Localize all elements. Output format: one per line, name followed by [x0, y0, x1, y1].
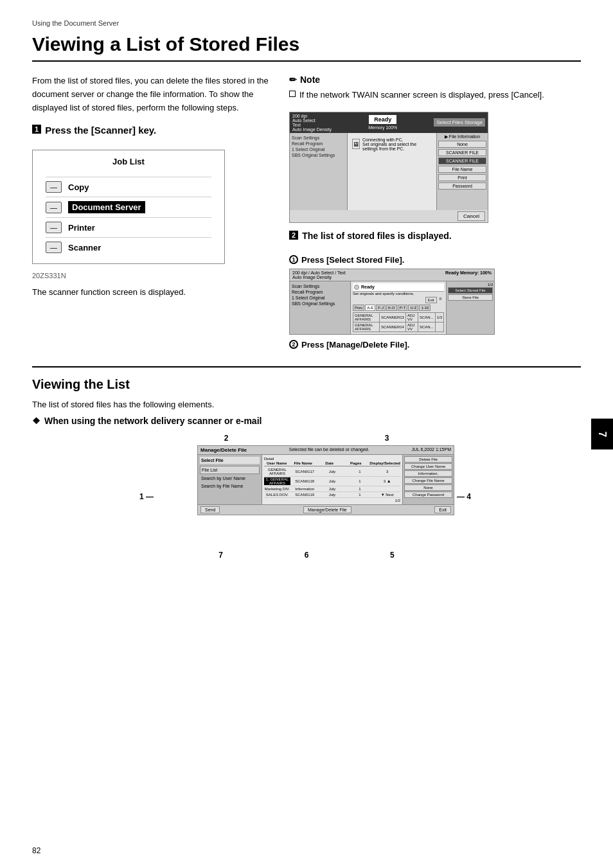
information-btn[interactable]: Information.: [404, 470, 452, 477]
circle-2: 2: [289, 340, 298, 349]
tab-uz[interactable]: U-Z: [408, 305, 418, 311]
screen1-memory: Memory 100%: [332, 125, 434, 130]
screen1-print-btn[interactable]: Print: [438, 174, 486, 181]
delete-file-btn[interactable]: Delete File: [404, 456, 452, 463]
change-username-btn[interactable]: Change User Name: [404, 463, 452, 470]
change-password-btn[interactable]: Change Password: [404, 492, 452, 498]
callout-4-container: — 4: [457, 445, 471, 548]
screen1-filename-btn[interactable]: File Name: [438, 166, 486, 173]
note-icon: ✏: [289, 75, 297, 85]
menu-label-printer: Printer: [68, 223, 95, 233]
menu-item-printer[interactable]: — Printer: [46, 217, 211, 237]
select-stored-file-btn[interactable]: Select Stored File: [448, 287, 493, 294]
tab-fj[interactable]: F-J: [376, 305, 386, 311]
screen2-page-indicator: 1/3: [448, 283, 493, 287]
diag-file-list[interactable]: File List: [200, 466, 260, 474]
page-number: 82: [32, 846, 40, 855]
change-filename-btn[interactable]: Change File Name: [404, 477, 452, 484]
screen1-scanner-file-btn[interactable]: SCANNER FILE: [438, 157, 486, 164]
diag-cols-header: User Name File Name Date Pages Display/S…: [264, 461, 400, 466]
diag-search-file[interactable]: Search by File Name: [200, 483, 260, 490]
diag-time: JUL 6,2002 1:15PM: [411, 447, 451, 453]
job-list-menu: Job List — Copy — Document Server — Prin…: [32, 150, 225, 264]
step2-sub1: 1 Press [Select Stored File].: [289, 255, 581, 265]
menu-label-scanner: Scanner: [68, 243, 101, 252]
screen2-main: Ready Set originals and specify conditio…: [351, 281, 446, 334]
screen2-right: 1/3 Select Stored File Store File: [446, 281, 494, 334]
tab-ae[interactable]: A-E: [365, 305, 375, 311]
screen1-file-info-label: ▶ File Information: [438, 134, 486, 139]
menu-btn-copy: —: [46, 181, 62, 193]
screen1-mockup: 200 dpi Auto Select Text Auto Image Dens…: [289, 112, 488, 223]
menu-label-docserver: Document Server: [68, 201, 145, 213]
exit-btn[interactable]: Exit: [434, 506, 451, 513]
image-id: 20ZS331N: [32, 272, 270, 279]
screen1-top-btn[interactable]: Select Files Storage: [434, 118, 485, 127]
tab-110[interactable]: 1-10: [419, 305, 431, 311]
section-divider: [32, 366, 581, 368]
step2-heading: The list of stored files is displayed.: [302, 231, 452, 241]
step2-number: 2: [289, 231, 298, 240]
table-row: SALES DOV. SCAN0119 July 1 ▼ Next: [264, 492, 400, 498]
screen2-status-text: Set originals and specify conditions.: [353, 292, 444, 296]
note-box: ✏ Note If the network TWAIN scanner scre…: [289, 75, 581, 102]
diag-detail: Detail: [264, 457, 400, 461]
screen1-username-btn[interactable]: SCANNER FILE: [438, 149, 486, 156]
screen1-status-area: Ready Memory 100%: [332, 115, 434, 130]
screen1-password-btn[interactable]: Password: [438, 182, 486, 190]
callout-1-container: 1 —: [139, 445, 154, 548]
page-title: Viewing a List of Stored Files: [32, 33, 581, 62]
callout-5: 5: [390, 551, 395, 560]
status-circle: [354, 285, 359, 290]
diag-page: 1/2: [264, 499, 400, 502]
menu-item-docserver[interactable]: — Document Server: [46, 197, 211, 217]
screen1-left-panel: Scan Settings Recall Program 1 Select Or…: [290, 133, 348, 210]
screen1-cancel-btn[interactable]: Cancel: [458, 211, 485, 221]
none-btn[interactable]: None: [404, 484, 452, 491]
screen2-mockup: 200 dpi / Auto Select / Text Auto Image …: [289, 269, 495, 335]
diagram-main-row: 1 — Manage/Delete File Selected file can…: [139, 445, 474, 548]
screen1-recall-program: Recall Program: [292, 141, 345, 146]
send-btn[interactable]: Send: [200, 506, 220, 513]
diamond-icon: ❖: [32, 416, 40, 426]
step2-block: 2 The list of stored files is displayed.: [289, 231, 581, 247]
tab-prev[interactable]: Prev: [353, 305, 364, 311]
callout-3: 3: [385, 434, 389, 443]
right-column: ✏ Note If the network TWAIN scanner scre…: [289, 75, 581, 353]
screen1-cancel-row: Cancel: [290, 210, 488, 222]
callout-7: 7: [218, 551, 223, 560]
diag-body: Select File File List Search by User Nam…: [198, 455, 454, 504]
callout-top: 2 3: [178, 434, 435, 443]
page-container: Using the Document Server Viewing a List…: [0, 0, 613, 592]
manage-delete-btn[interactable]: Manage/Delete File: [303, 506, 351, 513]
note-title: ✏ Note: [289, 75, 581, 85]
diagram-container: 2 3 1 — Manage/Delete File Selected file…: [139, 434, 474, 560]
menu-item-copy[interactable]: — Copy: [46, 177, 211, 197]
screen2-tabs: Prev A-E F-J K-O P-T U-Z 1-10: [353, 305, 444, 311]
callout-2: 2: [224, 434, 229, 443]
diag-main: Detail User Name File Name Date Pages Di…: [262, 455, 402, 504]
circle-1: 1: [289, 255, 298, 264]
callout-6: 6: [305, 551, 309, 560]
screen1-main: 🖥 Connecting with PC. Set originals and …: [348, 133, 436, 210]
menu-btn-docserver: —: [46, 202, 62, 213]
menu-item-scanner[interactable]: — Scanner: [46, 237, 211, 257]
tab-ko[interactable]: K-O: [386, 305, 397, 311]
note-checkbox: [289, 91, 296, 97]
table-row: GENERAL AFFAIRS SCANNER13 ADJ VV SCAN...…: [353, 312, 444, 322]
diagram-screen: Manage/Delete File Selected file can be …: [197, 445, 454, 515]
screen2-page-count: 0: [440, 297, 441, 303]
screen2-status: Ready: [353, 283, 444, 292]
screen1-none-btn[interactable]: None: [438, 141, 486, 148]
screen2-left: Scan Settings Recall Program 1 Select Or…: [290, 281, 351, 334]
screen1-connecting-text: Connecting with PC. Set originals and se…: [362, 137, 432, 151]
store-file-btn[interactable]: Store File: [448, 294, 493, 301]
diag-select-file[interactable]: Select File: [200, 457, 260, 464]
diag-search-user[interactable]: Search by User Name: [200, 475, 260, 482]
callout-bottom: 7 6 5: [178, 551, 435, 560]
menu-label-copy: Copy: [68, 182, 89, 192]
tab-pt[interactable]: P-T: [398, 305, 408, 311]
intro-text: From the list of stored files, you can d…: [32, 75, 270, 114]
screen2-body: Scan Settings Recall Program 1 Select Or…: [290, 281, 494, 334]
diag-header-right: Selected file can be deleted or changed.: [289, 447, 369, 453]
